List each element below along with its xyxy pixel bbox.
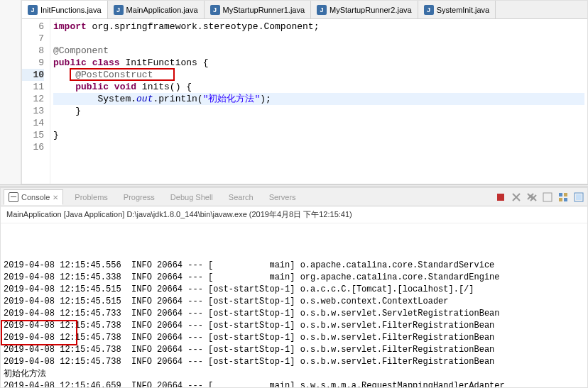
svg-rect-7 (543, 193, 552, 201)
terminate-icon[interactable] (495, 192, 506, 203)
console-toolbar (495, 192, 584, 203)
svg-rect-11 (564, 198, 567, 201)
console-line: 2019-04-08 12:15:45.515 INFO 20664 --- [… (4, 284, 584, 296)
java-file-icon: J (114, 5, 124, 15)
code-line[interactable]: import org.springframework.stereotype.Co… (53, 21, 584, 33)
remove-all-icon[interactable] (526, 192, 538, 203)
editor-tab-label: MainApplication.java (126, 6, 198, 14)
code-line[interactable] (53, 33, 584, 45)
editor-tab-label: SystemInit.java (437, 6, 490, 14)
code-line[interactable] (53, 141, 584, 153)
code-editor[interactable]: 678910111213141516 import org.springfram… (22, 19, 587, 184)
editor-tab[interactable]: JMyStartupRunner2.java (311, 1, 418, 18)
console-icon (9, 192, 18, 202)
java-file-icon: J (424, 5, 434, 15)
editor-tab-label: MyStartupRunner2.java (330, 6, 412, 14)
code-line[interactable]: @Component (53, 45, 584, 57)
tab-console-label: Console (21, 193, 50, 201)
editor-tab-label: MyStartupRunner1.java (223, 6, 305, 14)
svg-rect-13 (576, 194, 582, 200)
code-line[interactable]: } (53, 105, 584, 117)
editor-tab[interactable]: JInitFunctions.java (22, 1, 108, 19)
svg-rect-9 (564, 193, 567, 196)
java-file-icon: J (28, 5, 38, 15)
console-line: 2019-04-08 12:15:45.738 INFO 20664 --- [… (4, 332, 584, 344)
tab-servers[interactable]: Servers (265, 191, 300, 204)
editor-tab[interactable]: JSystemInit.java (418, 1, 496, 18)
console-line: 2019-04-08 12:15:45.738 INFO 20664 --- [… (4, 344, 584, 356)
console-line: 2019-04-08 12:15:45.733 INFO 20664 --- [… (4, 308, 584, 320)
java-file-icon: J (317, 5, 327, 15)
console-line: 2019-04-08 12:15:45.515 INFO 20664 --- [… (4, 296, 584, 308)
code-lines[interactable]: import org.springframework.stereotype.Co… (50, 19, 587, 184)
display-selected-icon[interactable] (573, 192, 584, 203)
java-file-icon: J (210, 5, 220, 15)
code-line[interactable]: System.out.println("初始化方法"); (53, 93, 584, 105)
editor-left-gutter (0, 0, 21, 184)
tab-debug-shell[interactable]: Debug Shell (166, 191, 217, 204)
console-line: 2019-04-08 12:15:45.338 INFO 20664 --- [… (4, 272, 584, 284)
scroll-lock-icon[interactable] (542, 192, 553, 203)
console-line: 初始化方法 (4, 368, 584, 380)
tab-search[interactable]: Search (224, 191, 258, 204)
bottom-panel: Console ✕ Problems Progress Debug Shell … (0, 187, 588, 388)
code-line[interactable]: @PostConstruct (53, 69, 584, 81)
tab-progress[interactable]: Progress (119, 191, 159, 204)
console-line: 2019-04-08 12:15:45.556 INFO 20664 --- [… (4, 260, 584, 272)
svg-rect-10 (559, 198, 562, 201)
tab-console[interactable]: Console ✕ (4, 189, 63, 205)
console-line: 2019-04-08 12:15:45.738 INFO 20664 --- [… (4, 356, 584, 368)
console-line: 2019-04-08 12:15:45.738 INFO 20664 --- [… (4, 320, 584, 332)
pin-console-icon[interactable] (557, 192, 569, 203)
code-line[interactable] (53, 117, 584, 129)
code-line[interactable]: public void inits() { (53, 81, 584, 93)
line-number-gutter: 678910111213141516 (22, 19, 50, 184)
svg-rect-0 (497, 194, 504, 201)
editor-tab[interactable]: JMyStartupRunner1.java (205, 1, 312, 18)
console-line: 2019-04-08 12:15:46.659 INFO 20664 --- [… (4, 380, 584, 387)
tab-problems[interactable]: Problems (70, 191, 111, 204)
editor-tabs: JInitFunctions.javaJMainApplication.java… (22, 1, 587, 19)
editor-tab-label: InitFunctions.java (40, 6, 102, 14)
process-title: MainApplication [Java Application] D:\ja… (1, 206, 587, 223)
svg-rect-8 (559, 193, 562, 196)
code-line[interactable]: public class InitFunctions { (53, 57, 584, 69)
editor-tab[interactable]: JMainApplication.java (108, 1, 205, 18)
bottom-tabbar: Console ✕ Problems Progress Debug Shell … (1, 188, 587, 206)
console-output[interactable]: 2019-04-08 12:15:45.556 INFO 20664 --- [… (1, 223, 587, 387)
code-line[interactable]: } (53, 129, 584, 141)
remove-launch-icon[interactable] (511, 192, 522, 203)
editor-area: JInitFunctions.javaJMainApplication.java… (21, 0, 588, 184)
close-icon[interactable]: ✕ (53, 194, 58, 201)
